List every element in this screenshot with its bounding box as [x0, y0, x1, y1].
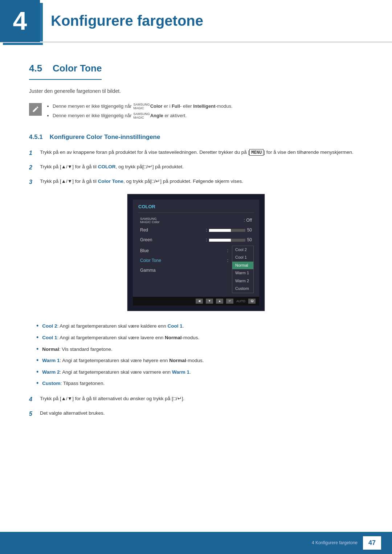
bullet-dot-5: •	[36, 368, 38, 376]
bullet-text-normal: Normal: Vis standard fargetone.	[42, 345, 112, 353]
bullet-custom: • Custom: Tilpass fargetonen.	[36, 379, 363, 387]
intro-text: Juster den generelle fargetonen til bild…	[29, 87, 363, 95]
step-5: 5 Det valgte alternativet brukes.	[29, 409, 363, 419]
gamma-label: Gamma	[140, 267, 169, 274]
option-cool2: Cool 2	[232, 246, 253, 254]
ctrl-power: ⏻	[248, 299, 256, 304]
monitor-image: COLOR SAMSUNG MAGIC Color : Off	[127, 194, 265, 311]
samsung-magic-angle-brand: SAMSUNG MAGIC	[133, 112, 150, 120]
bullet-warm2: • Warm 2: Angi at fargetemperaturen skal…	[36, 368, 363, 376]
bullet-cool1: • Cool 1: Angi at fargetemperaturen skal…	[36, 334, 363, 342]
options-bullet-list: • Cool 2: Angi at fargetemperaturen skal…	[36, 322, 363, 387]
green-value: : 50	[206, 237, 252, 243]
bullet-normal: • Normal: Vis standard fargetone.	[36, 345, 363, 353]
ctrl-down: ▼	[206, 299, 213, 304]
ctrl-auto: AUTO	[236, 299, 245, 304]
bullet-text-warm1: Warm 1: Angi at fargetemperaturen skal v…	[42, 357, 204, 365]
red-row: Red : 50	[138, 226, 254, 235]
term-normal: Normal	[42, 346, 59, 352]
chapter-title: Konfigurere fargetone	[40, 0, 392, 42]
bullet-dot-4: •	[36, 357, 38, 365]
section-title: 4.5 Color Tone	[29, 61, 102, 80]
samsung-magic-color-brand: SAMSUNG MAGIC	[133, 103, 150, 110]
green-label: Green	[140, 237, 169, 243]
bullet-dot-6: •	[36, 379, 38, 387]
bullet-text-cool2: Cool 2: Angi at fargetemperaturen skal v…	[42, 322, 184, 330]
blue-tone-section: Blue : Color Tone : Gamma	[138, 246, 254, 294]
blue-value: :	[227, 247, 228, 254]
monitor-screen: COLOR SAMSUNG MAGIC Color : Off	[127, 194, 265, 311]
option-warm1: Warm 1	[232, 269, 253, 277]
chapter-header: 4 Konfigurere fargetone	[0, 0, 392, 43]
ref-cool1: Cool 1	[168, 323, 183, 329]
color-menu: COLOR SAMSUNG MAGIC Color : Off	[133, 200, 259, 297]
monitor-controls: ◀ ▼ ▲ ↵ AUTO ⏻	[133, 297, 259, 305]
footer-page-number: 47	[363, 536, 381, 550]
bullet-text-warm2: Warm 2: Angi at fargetemperaturen skal v…	[42, 368, 191, 376]
term-cool2: Cool 2	[42, 323, 57, 329]
subsection-number: 4.5.1	[29, 134, 43, 140]
magic-color-row: SAMSUNG MAGIC Color : Off	[138, 216, 254, 225]
subsection-heading: Konfigurere Color Tone-innstillingene	[50, 134, 160, 140]
blue-label: Blue	[140, 247, 169, 254]
left-labels: Blue : Color Tone : Gamma	[138, 246, 230, 294]
note-list: Denne menyen er ikke tilgjengelig når SA…	[47, 102, 233, 121]
bullet-text-custom: Custom: Tilpass fargetonen.	[42, 379, 105, 387]
content-area: 4.5 Color Tone Juster den generelle farg…	[0, 61, 392, 455]
note-box: Denne menyen er ikke tilgjengelig når SA…	[29, 102, 363, 121]
ctrl-up: ▲	[216, 299, 223, 304]
note-icon	[29, 103, 42, 116]
bullet-dot-3: •	[36, 345, 38, 353]
tone-dropdown: Cool 2 Cool 1 Normal Warm 1 Warm 2 Custo…	[232, 246, 254, 294]
bullet-text-cool1: Cool 1: Angi at fargetemperaturen skal v…	[42, 334, 199, 342]
step-4: 4 Trykk på [▲/▼] for å gå til alternativ…	[29, 395, 363, 404]
step-3: 3 Trykk på [▲/▼] for å gå til Color Tone…	[29, 177, 363, 187]
chapter-number-block: 4	[0, 0, 40, 42]
red-label: Red	[140, 227, 169, 234]
subsection-title: 4.5.1 Konfigurere Color Tone-innstilling…	[29, 132, 363, 142]
steps-list: 1 Trykk på en av knappene foran på produ…	[29, 148, 363, 186]
ctrl-left: ◀	[196, 299, 203, 304]
color-tone-value: :	[227, 257, 228, 264]
term-warm1: Warm 1	[42, 358, 60, 363]
red-value: : 50	[206, 227, 252, 234]
ctrl-enter: ↵	[226, 299, 233, 304]
section-45: 4.5 Color Tone Juster den generelle farg…	[29, 61, 363, 121]
magic-color-value: : Off	[244, 217, 252, 224]
option-normal: Normal	[232, 262, 253, 270]
gamma-row: Gamma	[138, 266, 230, 275]
green-slider	[209, 239, 245, 242]
footer-chapter-text: 4 Konfigurere fargetone	[312, 539, 358, 546]
ref-normal-1: Normal	[165, 335, 182, 340]
red-slider	[209, 229, 245, 232]
bullet-dot-1: •	[36, 322, 38, 330]
color-tone-row: Color Tone :	[138, 256, 230, 265]
color-menu-title: COLOR	[138, 203, 254, 213]
note-pencil-icon	[32, 106, 39, 113]
term-custom: Custom	[42, 381, 60, 386]
page-container: 4 Konfigurere fargetone 4.5 Color Tone J…	[0, 0, 392, 554]
bullet-warm1: • Warm 1: Angi at fargetemperaturen skal…	[36, 357, 363, 365]
bullet-cool2: • Cool 2: Angi at fargetemperaturen skal…	[36, 322, 363, 330]
section-number: 4.5	[29, 63, 42, 74]
note-item-2: Denne menyen er ikke tilgjengelig når SA…	[53, 112, 233, 120]
chapter-number: 4	[13, 8, 27, 34]
steps-list-2: 4 Trykk på [▲/▼] for å gå til alternativ…	[29, 395, 363, 418]
ref-warm1: Warm 1	[172, 369, 189, 375]
option-cool1: Cool 1	[232, 254, 253, 262]
note-item-1: Denne menyen er ikke tilgjengelig når SA…	[53, 102, 233, 110]
menu-key: MENU	[249, 149, 264, 156]
term-cool1: Cool 1	[42, 335, 57, 340]
section-heading: Color Tone	[53, 63, 102, 74]
monitor-screenshot: COLOR SAMSUNG MAGIC Color : Off	[29, 194, 363, 311]
green-fill	[209, 239, 231, 242]
subsection-451: 4.5.1 Konfigurere Color Tone-innstilling…	[29, 132, 363, 418]
magic-color-label: SAMSUNG MAGIC Color	[140, 217, 169, 224]
step-2: 2 Trykk på [▲/▼] for å gå til COLOR, og …	[29, 163, 363, 172]
term-warm2: Warm 2	[42, 369, 60, 375]
red-fill	[209, 229, 231, 232]
bullet-dot-2: •	[36, 334, 38, 342]
step-1: 1 Trykk på en av knappene foran på produ…	[29, 148, 363, 158]
option-custom: Custom	[232, 285, 253, 293]
option-warm2: Warm 2	[232, 277, 253, 285]
